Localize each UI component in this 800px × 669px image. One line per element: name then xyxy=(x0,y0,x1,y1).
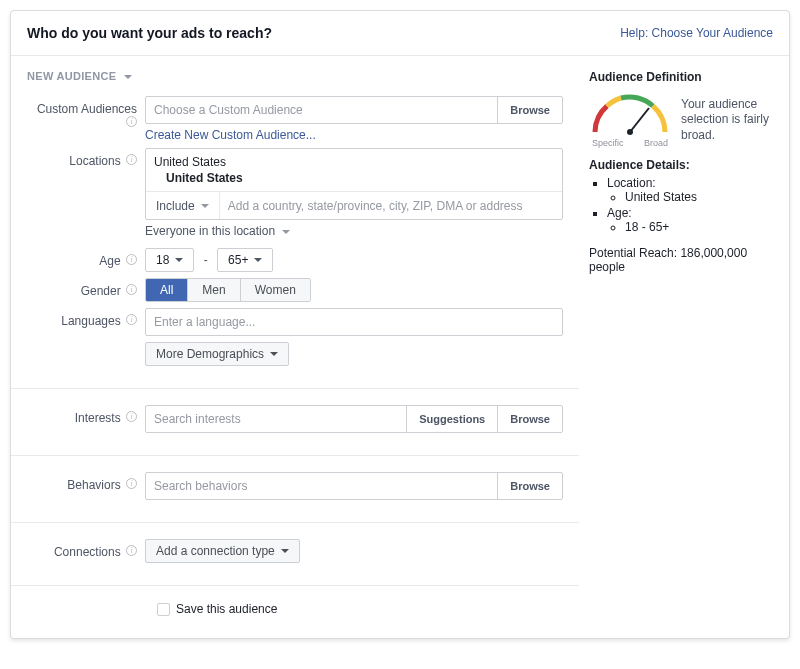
create-custom-audience-link[interactable]: Create New Custom Audience... xyxy=(145,124,316,142)
connections-add-label: Add a connection type xyxy=(156,544,275,558)
location-include-dropdown[interactable]: Include xyxy=(146,192,220,219)
more-demographics-label: More Demographics xyxy=(156,347,264,361)
age-min-value: 18 xyxy=(156,253,169,267)
languages-label: Languages i xyxy=(27,308,145,328)
info-icon[interactable]: i xyxy=(126,411,137,422)
audience-gauge: Specific Broad xyxy=(589,92,671,148)
detail-location-label: Location: xyxy=(607,176,656,190)
location-country: United States xyxy=(154,155,554,169)
audience-definition-title: Audience Definition xyxy=(589,70,775,84)
info-icon[interactable]: i xyxy=(126,284,137,295)
locations-box: United States United States Include xyxy=(145,148,563,220)
ad-audience-panel: Who do you want your ads to reach? Help:… xyxy=(10,10,790,639)
age-label-text: Age xyxy=(99,254,120,268)
gauge-broad-label: Broad xyxy=(644,138,668,148)
gender-label: Gender i xyxy=(27,278,145,298)
interests-browse-button[interactable]: Browse xyxy=(497,406,562,432)
age-max-value: 65+ xyxy=(228,253,248,267)
chevron-down-icon xyxy=(282,230,290,234)
location-scope-dropdown[interactable]: Everyone in this location xyxy=(145,220,290,242)
chevron-down-icon xyxy=(175,258,183,262)
locations-label-text: Locations xyxy=(69,154,120,168)
chevron-down-icon xyxy=(201,204,209,208)
custom-audience-input[interactable] xyxy=(146,97,497,123)
detail-age-value: 18 - 65+ xyxy=(625,220,775,234)
age-max-dropdown[interactable]: 65+ xyxy=(217,248,273,272)
detail-age-label: Age: xyxy=(607,206,632,220)
location-input[interactable] xyxy=(220,199,562,213)
gender-segmented: All Men Women xyxy=(145,278,311,302)
detail-location-value: United States xyxy=(625,190,775,204)
languages-input[interactable] xyxy=(146,309,562,335)
info-icon[interactable]: i xyxy=(126,314,137,325)
chevron-down-icon xyxy=(270,352,278,356)
location-include-label: Include xyxy=(156,199,195,213)
info-icon[interactable]: i xyxy=(126,545,137,556)
gender-women-button[interactable]: Women xyxy=(240,279,310,301)
gauge-note: Your audience selection is fairly broad. xyxy=(681,97,775,144)
location-scope-label: Everyone in this location xyxy=(145,224,275,238)
behaviors-label-text: Behaviors xyxy=(67,478,120,492)
location-country-bold: United States xyxy=(154,169,554,185)
svg-line-0 xyxy=(630,108,649,132)
languages-label-text: Languages xyxy=(61,314,120,328)
behaviors-label: Behaviors i xyxy=(27,472,145,492)
save-audience-checkbox[interactable] xyxy=(157,603,170,616)
audience-definition-panel: Audience Definition Specific Broad xyxy=(579,56,789,288)
connections-dropdown[interactable]: Add a connection type xyxy=(145,539,300,563)
behaviors-input[interactable] xyxy=(146,473,497,499)
connections-label: Connections i xyxy=(27,539,145,559)
potential-reach: Potential Reach: 186,000,000 people xyxy=(589,246,775,274)
new-audience-dropdown[interactable]: NEW AUDIENCE xyxy=(11,56,579,90)
chevron-down-icon xyxy=(254,258,262,262)
svg-point-1 xyxy=(627,129,633,135)
new-audience-label: NEW AUDIENCE xyxy=(27,70,116,82)
info-icon[interactable]: i xyxy=(126,478,137,489)
location-selected[interactable]: United States United States xyxy=(146,149,562,191)
locations-label: Locations i xyxy=(27,148,145,168)
behaviors-browse-button[interactable]: Browse xyxy=(497,473,562,499)
custom-audiences-label-text: Custom Audiences xyxy=(37,102,137,116)
info-icon[interactable]: i xyxy=(126,154,137,165)
custom-audiences-label: Custom Audiences i xyxy=(27,96,145,130)
help-link[interactable]: Help: Choose Your Audience xyxy=(620,26,773,40)
info-icon[interactable]: i xyxy=(126,254,137,265)
gender-men-button[interactable]: Men xyxy=(187,279,239,301)
chevron-down-icon xyxy=(124,75,132,79)
save-audience-label: Save this audience xyxy=(176,602,277,616)
custom-audience-browse-button[interactable]: Browse xyxy=(497,97,562,123)
more-demographics-dropdown[interactable]: More Demographics xyxy=(145,342,289,366)
age-label: Age i xyxy=(27,248,145,268)
info-icon[interactable]: i xyxy=(126,116,137,127)
chevron-down-icon xyxy=(281,549,289,553)
interests-suggestions-button[interactable]: Suggestions xyxy=(406,406,497,432)
interests-label-text: Interests xyxy=(75,411,121,425)
age-min-dropdown[interactable]: 18 xyxy=(145,248,194,272)
gauge-specific-label: Specific xyxy=(592,138,624,148)
gender-label-text: Gender xyxy=(81,284,121,298)
audience-details-title: Audience Details: xyxy=(589,158,775,172)
interests-label: Interests i xyxy=(27,405,145,425)
panel-header: Who do you want your ads to reach? Help:… xyxy=(11,11,789,56)
page-title: Who do you want your ads to reach? xyxy=(27,25,272,41)
interests-input[interactable] xyxy=(146,406,406,432)
gender-all-button[interactable]: All xyxy=(146,279,187,301)
audience-details-list: Location: United States Age: 18 - 65+ xyxy=(589,176,775,234)
gauge-icon xyxy=(589,92,671,138)
age-dash: - xyxy=(198,253,214,267)
connections-label-text: Connections xyxy=(54,545,121,559)
